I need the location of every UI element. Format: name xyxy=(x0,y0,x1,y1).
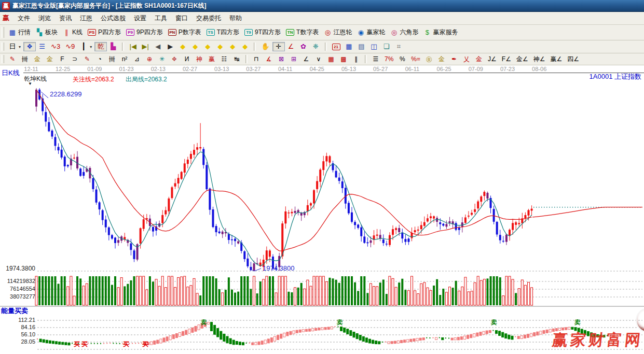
notes-button[interactable]: ▤ xyxy=(355,42,368,51)
percent7-tool[interactable]: 7% xyxy=(382,54,396,64)
diamond-horizontal-button[interactable]: ◆ xyxy=(201,42,214,51)
price-levels-tool[interactable]: ☰ xyxy=(369,54,382,64)
angle-mirror-tool[interactable]: ⊿ xyxy=(131,54,143,64)
next-bar-button[interactable]: ▶ xyxy=(164,42,176,51)
remote-computer-button[interactable]: ⌗ xyxy=(393,42,405,51)
menu-item-1[interactable]: 文件 xyxy=(13,13,34,23)
n2-ruler-tool[interactable]: n² xyxy=(118,54,131,64)
flower-tool-button[interactable]: ✿ xyxy=(297,42,310,51)
percent-tool[interactable]: % xyxy=(396,54,408,64)
si-angle-tool[interactable]: 四∠ xyxy=(565,54,582,64)
pattern-lines-button[interactable]: ❖ xyxy=(23,42,36,51)
gold-circle-tool[interactable]: ㊎ xyxy=(423,54,435,64)
f-angle-tool[interactable]: F∠ xyxy=(499,54,514,64)
calculator-button[interactable]: ▦ xyxy=(343,42,355,51)
fan-box-purple-tool[interactable]: ⊠ xyxy=(275,54,287,64)
width-arrows-tool[interactable]: ↹ xyxy=(230,54,243,64)
toolbar-grip[interactable] xyxy=(2,55,4,63)
menu-item-9[interactable]: 交易委托 xyxy=(192,13,225,23)
grid-box-tool-2[interactable]: ▩ xyxy=(337,54,350,64)
menu-item-4[interactable]: 江恩 xyxy=(76,13,97,23)
menu-item-2[interactable]: 浏览 xyxy=(34,13,55,23)
gold-underline-tool[interactable]: 金 xyxy=(473,54,485,64)
toolbar-grip[interactable] xyxy=(2,43,4,51)
t-number-table-button[interactable]: TNT数字表 xyxy=(283,27,321,38)
diamond-right-button[interactable]: ◆ xyxy=(189,42,201,51)
menu-item-10[interactable]: 帮助 xyxy=(225,13,246,23)
fan-lines-red-tool[interactable]: ∡ xyxy=(263,54,275,64)
f-ruler-tool[interactable]: F xyxy=(56,54,68,64)
diamond-all-button[interactable]: ◆ xyxy=(239,42,251,51)
prev-bar-button[interactable]: ◀ xyxy=(152,42,164,51)
n-quote-tool[interactable]: И xyxy=(181,54,193,64)
title-bar[interactable]: 赢 赢家江恩专业版[赢家内部服务平台] - [上证指数 SH1A0001-167… xyxy=(0,0,644,12)
winner-service-button[interactable]: $赢家服务 xyxy=(421,27,460,38)
percent-lines-tool[interactable]: %= xyxy=(408,54,423,64)
gold-gann-tool-2[interactable]: 金 xyxy=(44,54,56,64)
clock-circle-tool[interactable]: ◔ xyxy=(93,54,106,64)
menu-item-8[interactable]: 窗口 xyxy=(171,13,192,23)
fan-box-dense-tool[interactable]: ⊞ xyxy=(287,54,300,64)
p-number-table-button[interactable]: PNP数字表 xyxy=(166,27,204,38)
ruler-123-tool[interactable]: ☷ xyxy=(218,54,230,64)
gold-angle-tool[interactable]: 金∠ xyxy=(514,54,531,64)
pan-hand-button[interactable]: ✋ xyxy=(258,42,272,51)
diamond-star-button[interactable]: ◆ xyxy=(226,42,239,51)
crosshair-button[interactable]: ✛ xyxy=(272,42,285,51)
sectors-button[interactable]: ▚板块 xyxy=(33,27,60,38)
gann-wheel-button[interactable]: ◎江恩轮 xyxy=(321,27,354,38)
chart-area[interactable]: 卖卖卖卖买买买买 日K线 12-1112-2501-0901-2302-1302… xyxy=(0,65,644,354)
kline-button[interactable]: ∥K线 xyxy=(60,27,85,38)
j-angle-tool[interactable]: J∠ xyxy=(485,54,499,64)
arc-ruler-tool[interactable]: ⊃ xyxy=(68,54,81,64)
ruler-ticks-tool-2[interactable]: 卌 xyxy=(106,54,118,64)
x-lines-tool[interactable]: 乂 xyxy=(460,54,473,64)
ying-ruler-tool[interactable]: 赢 xyxy=(205,54,218,64)
fan-lines-black-tool[interactable]: ∠ xyxy=(300,54,312,64)
last-bar-button[interactable]: ▶| xyxy=(139,42,152,51)
wave9-button[interactable]: ∿9 xyxy=(63,42,77,51)
t-square-button[interactable]: TST四方形 xyxy=(204,27,242,38)
menu-item-7[interactable]: 工具 xyxy=(150,13,171,23)
web-box-tool[interactable]: ❖ xyxy=(168,54,181,64)
zigzag-tool[interactable]: ∨ xyxy=(312,54,325,64)
ruler-ticks-tool[interactable]: 卌 xyxy=(19,54,31,64)
circle-cross-tool[interactable]: ⊕ xyxy=(143,54,156,64)
hexagon-button[interactable]: ◎六角形 xyxy=(388,27,421,38)
candle-style-selector[interactable]: ┃▾ xyxy=(77,42,94,51)
p9-square-button[interactable]: P99P四方形 xyxy=(124,27,166,38)
angle-measure-button[interactable]: ∠ xyxy=(285,42,297,51)
menu-item-3[interactable]: 资讯 xyxy=(55,13,76,23)
diamond-left-button[interactable]: ◆ xyxy=(176,42,189,51)
ying-angle-tool[interactable]: 赢∠ xyxy=(547,54,565,64)
knot-tool-button[interactable]: ❈ xyxy=(310,42,322,51)
info-list-button[interactable]: ☰ xyxy=(36,42,48,51)
first-bar-button[interactable]: |◀ xyxy=(127,42,139,51)
gold-gann-tool-1[interactable]: 金 xyxy=(31,54,44,64)
pen-ruler-tool[interactable]: ✎ xyxy=(81,54,93,64)
menu-item-5[interactable]: 公式选股 xyxy=(97,13,130,23)
menu-item-6[interactable]: 设置 xyxy=(130,13,150,23)
shen-angle-tool[interactable]: 神∠ xyxy=(531,54,548,64)
toolbar-grip[interactable] xyxy=(2,27,4,37)
pen-tool[interactable]: ✎ xyxy=(6,54,19,64)
wave3-button[interactable]: ∿3 xyxy=(48,42,63,51)
save-button[interactable]: ◫ xyxy=(368,42,380,51)
volume-profile-button[interactable]: ▙ xyxy=(107,42,119,51)
t9-square-button[interactable]: T99T四方形 xyxy=(242,27,283,38)
shen-ruler-tool[interactable]: 神 xyxy=(193,54,205,64)
parallel-lines-tool[interactable]: ∥ xyxy=(350,54,362,64)
send-network-button[interactable]: ❏ xyxy=(380,42,393,51)
gate-tool[interactable]: ⊓ xyxy=(250,54,263,64)
winner-wheel-button[interactable]: ◉赢家轮 xyxy=(354,27,388,38)
quotes-button[interactable]: ▦行情 xyxy=(6,27,33,38)
p-square-button[interactable]: PSP四方形 xyxy=(85,27,124,38)
gold-lines-tool[interactable]: 金 xyxy=(435,54,448,64)
gua-pen-tool[interactable]: ✒ xyxy=(448,54,460,64)
grid-box-tool[interactable]: ▦ xyxy=(325,54,337,64)
diamond-cross-button[interactable]: ◆ xyxy=(214,42,226,51)
star-web-tool[interactable]: ✳ xyxy=(156,54,168,64)
calendar-button[interactable]: 21 xyxy=(330,43,343,51)
floating-red-ball-button[interactable] xyxy=(636,308,644,333)
period-day-selector[interactable]: 日▾ xyxy=(6,42,23,51)
